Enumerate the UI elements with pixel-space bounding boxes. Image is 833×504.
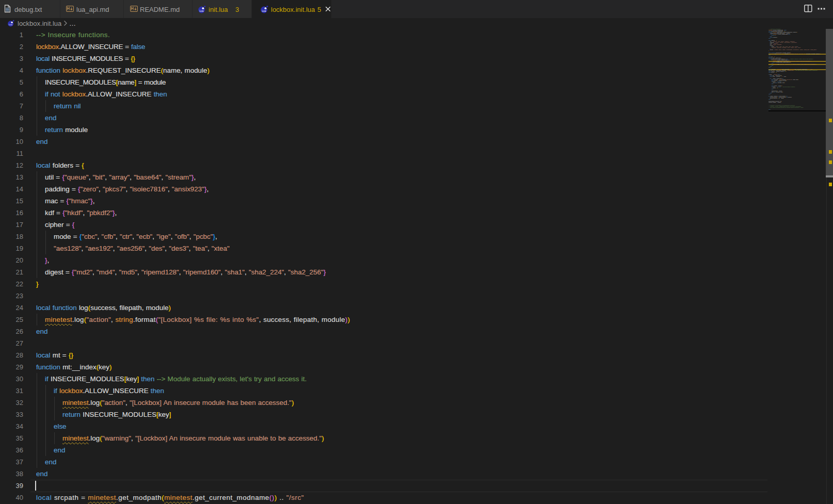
svg-text:Lua: Lua	[262, 10, 266, 12]
svg-text:Lua: Lua	[9, 23, 12, 26]
svg-text:Lua: Lua	[200, 10, 204, 12]
